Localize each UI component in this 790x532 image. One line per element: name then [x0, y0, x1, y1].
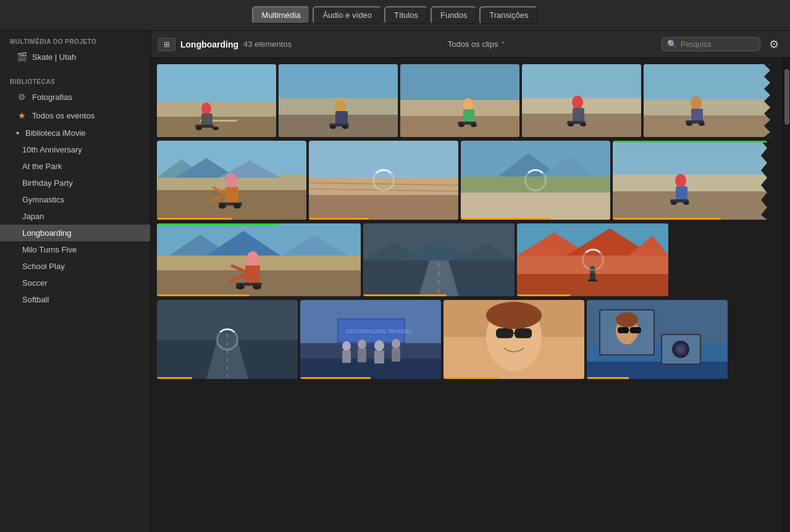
sidebar-project-label: Skate | Utah — [32, 52, 76, 62]
svg-point-32 — [580, 123, 586, 127]
sidebar-item-softball[interactable]: Softball — [0, 291, 150, 308]
thumb-progress-bottom-16 — [587, 377, 728, 379]
media-thumb-10[interactable] — [157, 223, 361, 296]
project-section-header: MULTIMÉDIA DO PROJETO — [0, 31, 150, 48]
scrollbar-thumb[interactable] — [784, 69, 789, 125]
tab-audio-video[interactable]: Áudio e vídeo — [313, 6, 382, 24]
main-area: MULTIMÉDIA DO PROJETO 🎬 Skate | Utah BIB… — [0, 31, 790, 532]
svg-rect-49 — [225, 187, 238, 204]
media-thumb-1[interactable] — [157, 64, 276, 137]
skater-svg-1 — [157, 64, 276, 137]
media-thumb-4[interactable] — [522, 64, 641, 137]
view-toggle-button[interactable]: ⊞ — [158, 38, 175, 51]
media-thumb-3[interactable] — [400, 64, 519, 137]
star-icon: ★ — [16, 110, 27, 121]
settings-button[interactable]: ⚙ — [765, 36, 783, 53]
svg-point-115 — [358, 339, 366, 349]
thumb-progress-bottom-13 — [157, 377, 298, 379]
filter-dropdown[interactable]: Todos os clips ⌃ — [448, 39, 506, 49]
svg-point-12 — [335, 99, 346, 113]
svg-point-129 — [486, 302, 542, 329]
svg-point-48 — [225, 173, 237, 188]
skater-svg-6 — [157, 141, 306, 220]
media-thumb-14[interactable]: CROSSROADS TRADING — [300, 300, 441, 379]
thumb-progress-bottom-7 — [309, 218, 458, 220]
media-thumb-8[interactable] — [461, 141, 610, 220]
filter-label: Todos os clips — [448, 39, 498, 49]
loading-spinner-7 — [372, 169, 395, 191]
svg-rect-101 — [590, 273, 595, 280]
tab-titulos[interactable]: Títulos — [384, 6, 428, 24]
media-row-1 — [157, 64, 776, 137]
media-thumb-11[interactable] — [363, 223, 515, 296]
svg-rect-120 — [392, 348, 400, 362]
sidebar-item-milo-turns-five[interactable]: Milo Turns Five — [0, 241, 150, 258]
search-input[interactable] — [681, 40, 755, 49]
svg-point-41 — [699, 122, 705, 126]
sidebar-item-at-the-park[interactable]: At the Park — [0, 158, 150, 175]
skater-svg-2 — [279, 64, 398, 137]
sidebar-birthday-party-label: Birthday Party — [22, 178, 73, 188]
search-box[interactable]: 🔍 — [662, 37, 760, 51]
libraries-section-header: BIBLIOTECAS — [0, 71, 150, 88]
thumb-progress-bottom-14 — [300, 377, 441, 379]
header-left: ⊞ Longboarding 43 elementos — [158, 38, 292, 51]
face-svg-15 — [443, 300, 584, 379]
svg-point-7 — [196, 127, 202, 130]
media-thumb-6[interactable] — [157, 141, 306, 220]
loading-spinner-13 — [216, 328, 238, 351]
media-grid: CROSSROADS TRADING — [151, 58, 783, 532]
media-thumb-13[interactable] — [157, 300, 298, 379]
sidebar-soccer-label: Soccer — [22, 278, 47, 288]
svg-point-24 — [471, 123, 477, 127]
svg-point-31 — [568, 123, 574, 127]
svg-point-113 — [342, 341, 351, 351]
tab-multimedia[interactable]: Multimédia — [252, 6, 311, 24]
svg-rect-132 — [587, 362, 728, 379]
svg-rect-21 — [463, 109, 474, 123]
media-thumb-16[interactable] — [587, 300, 728, 379]
svg-point-53 — [219, 204, 226, 209]
media-thumb-7[interactable] — [309, 141, 458, 220]
sidebar-item-longboarding[interactable]: Longboarding — [0, 225, 150, 241]
sidebar-gymnastics-label: Gymnastics — [22, 195, 64, 204]
svg-point-23 — [458, 123, 464, 127]
svg-rect-126 — [496, 328, 513, 338]
media-thumb-15[interactable] — [443, 300, 584, 379]
scrollbar-track[interactable] — [783, 58, 790, 532]
svg-point-54 — [233, 204, 241, 209]
content-title: Longboarding — [180, 39, 238, 49]
svg-rect-116 — [358, 349, 366, 362]
sidebar-item-project[interactable]: 🎬 Skate | Utah — [0, 48, 150, 66]
sidebar-item-japan[interactable]: Japan — [0, 208, 150, 225]
sidebar-item-fotografias[interactable]: ⚙ Fotografias — [0, 88, 150, 106]
svg-rect-35 — [644, 115, 770, 137]
loading-spinner-12 — [582, 249, 604, 271]
svg-rect-118 — [374, 351, 384, 364]
sidebar-japan-label: Japan — [22, 212, 44, 221]
media-thumb-2[interactable] — [279, 64, 398, 137]
sidebar-item-school-play[interactable]: School Play — [0, 258, 150, 275]
search-icon: 🔍 — [667, 39, 677, 49]
content-area: ⊞ Longboarding 43 elementos Todos os cli… — [151, 31, 790, 532]
sidebar-item-gymnastics[interactable]: Gymnastics — [0, 191, 150, 208]
people-svg-14: CROSSROADS TRADING — [300, 300, 441, 379]
svg-rect-137 — [618, 327, 629, 333]
sidebar-item-todos-eventos[interactable]: ★ Todos os eventos — [0, 106, 150, 125]
sidebar-item-birthday-party[interactable]: Birthday Party — [0, 175, 150, 191]
tab-transicoes[interactable]: Transições — [479, 6, 538, 24]
svg-rect-57 — [309, 195, 458, 220]
svg-point-73 — [683, 201, 689, 205]
media-thumb-12[interactable] — [517, 223, 668, 296]
sidebar-item-10th-anniversary[interactable]: 10th Anniversary — [0, 141, 150, 158]
svg-rect-138 — [630, 327, 641, 333]
tab-fundos[interactable]: Fundos — [431, 6, 477, 24]
sidebar-item-soccer[interactable]: Soccer — [0, 275, 150, 291]
media-thumb-5[interactable] — [644, 64, 770, 137]
svg-point-28 — [572, 96, 583, 109]
sidebar-item-biblioteca[interactable]: ▾ Biblioteca iMovie — [0, 125, 150, 141]
svg-point-8 — [212, 127, 219, 130]
media-thumb-9[interactable] — [613, 141, 767, 220]
sidebar-softball-label: Softball — [22, 295, 49, 304]
svg-rect-114 — [342, 351, 351, 363]
